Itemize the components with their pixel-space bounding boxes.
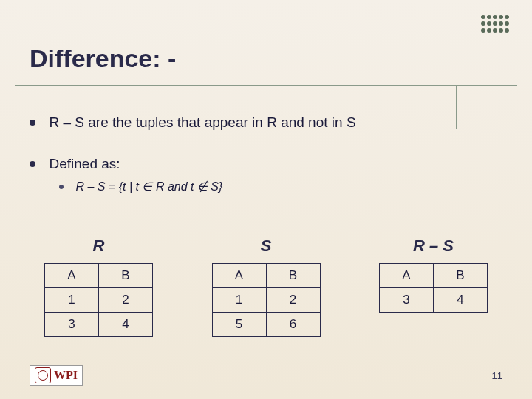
page-number: 11 bbox=[492, 370, 502, 381]
bullet-dot-icon bbox=[59, 185, 64, 189]
sub-bullet-text: R – S = {t | t ∈ R and t ∉ S} bbox=[75, 180, 222, 193]
table-row: 1 2 bbox=[212, 288, 320, 313]
wpi-seal-icon bbox=[35, 367, 51, 383]
table-header-row: A B bbox=[380, 264, 488, 288]
table-name-S: S bbox=[212, 236, 321, 256]
bullet-2: Defined as: R – S = {t | t ∈ R and t ∉ S… bbox=[30, 156, 502, 194]
table-name-R: R bbox=[44, 236, 153, 256]
table-group-R: R A B 1 2 3 4 bbox=[44, 236, 153, 337]
table-row: 3 4 bbox=[45, 313, 153, 337]
bullet-dot-icon bbox=[30, 161, 35, 167]
cell: 1 bbox=[212, 288, 266, 313]
slide-content: R – S are the tuples that appear in R an… bbox=[30, 115, 502, 219]
table-R: A B 1 2 3 4 bbox=[44, 263, 153, 337]
col-header: B bbox=[434, 264, 488, 288]
table-row: 3 4 bbox=[380, 288, 488, 313]
bullet-dot-icon bbox=[30, 120, 35, 126]
col-header: B bbox=[99, 264, 153, 288]
wpi-text: WPI bbox=[54, 369, 78, 382]
cell: 3 bbox=[380, 288, 434, 313]
cell: 5 bbox=[212, 313, 266, 337]
cell: 4 bbox=[99, 313, 153, 337]
cell: 2 bbox=[99, 288, 153, 313]
table-header-row: A B bbox=[212, 264, 320, 288]
table-RS: A B 3 4 bbox=[379, 263, 488, 313]
cell: 6 bbox=[266, 313, 320, 337]
title-underline bbox=[15, 85, 517, 86]
cell: 2 bbox=[266, 288, 320, 313]
wpi-logo: WPI bbox=[30, 365, 83, 386]
table-row: 5 6 bbox=[212, 313, 320, 337]
col-header: B bbox=[266, 264, 320, 288]
table-name-RS: R – S bbox=[379, 236, 488, 256]
table-group-RS: R – S A B 3 4 bbox=[379, 236, 488, 337]
cell: 3 bbox=[45, 313, 99, 337]
table-S: A B 1 2 5 6 bbox=[212, 263, 321, 337]
table-group-S: S A B 1 2 5 6 bbox=[212, 236, 321, 337]
bullet-1-text: R – S are the tuples that appear in R an… bbox=[49, 115, 355, 130]
bullet-2-text: Defined as: bbox=[49, 156, 120, 171]
slide-title: Difference: - bbox=[30, 44, 176, 73]
sub-bullet: R – S = {t | t ∈ R and t ∉ S} bbox=[59, 180, 502, 194]
table-row: 1 2 bbox=[45, 288, 153, 313]
bullet-1: R – S are the tuples that appear in R an… bbox=[30, 115, 502, 131]
cell: 1 bbox=[45, 288, 99, 313]
corner-dots-decoration bbox=[480, 13, 510, 33]
tables-row: R A B 1 2 3 4 S A B 1 2 bbox=[44, 236, 488, 337]
col-header: A bbox=[212, 264, 266, 288]
table-header-row: A B bbox=[45, 264, 153, 288]
col-header: A bbox=[45, 264, 99, 288]
col-header: A bbox=[380, 264, 434, 288]
cell: 4 bbox=[434, 288, 488, 313]
